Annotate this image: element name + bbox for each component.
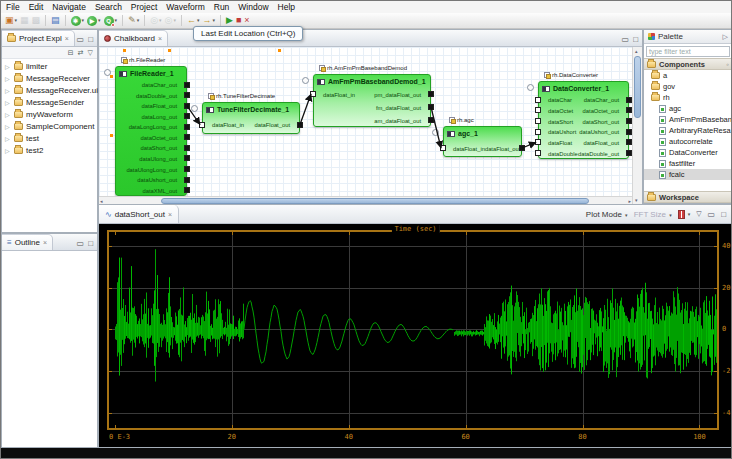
expand-arrow-icon[interactable]: ▷: [5, 63, 11, 70]
view-menu-icon[interactable]: ▽: [88, 49, 93, 57]
expand-arrow-icon[interactable]: ▷: [5, 99, 11, 106]
minimize-icon[interactable]: ▭: [77, 239, 85, 248]
selection-handle[interactable]: [110, 75, 113, 78]
component-AmFmPmBasebandDemod_1[interactable]: AmFmPmBasebandDemod_1dataFloat_inpm_data…: [313, 74, 431, 127]
project-item-samplecomponent[interactable]: ▷SampleComponent: [2, 120, 97, 132]
component-header[interactable]: DataConverter_1: [539, 82, 628, 95]
output-port-dataUlongLong_out[interactable]: [184, 166, 190, 172]
output-port-dataUshort_out[interactable]: [184, 177, 190, 183]
input-port-dataShort[interactable]: [535, 118, 541, 124]
input-port-dataUshort[interactable]: [535, 129, 541, 135]
external-tools-button[interactable]: Q▾: [103, 14, 119, 27]
output-port-dataDouble_out[interactable]: [626, 150, 632, 156]
project-item-limiter[interactable]: ▷limiter: [2, 60, 97, 72]
expand-arrow-icon[interactable]: ▷: [5, 147, 11, 154]
input-port-dataChar[interactable]: [535, 97, 541, 103]
menu-navigate[interactable]: Navigate: [52, 2, 86, 12]
menu-window[interactable]: Window: [238, 2, 268, 12]
selection-handle[interactable]: [278, 49, 281, 52]
input-port-dataDouble[interactable]: [535, 150, 541, 156]
maximize-icon[interactable]: □: [721, 210, 726, 219]
palette-header[interactable]: Palette ▷: [644, 30, 732, 44]
tab-project-explorer[interactable]: Project Expl ×: [2, 30, 75, 46]
palette-item-fcalc[interactable]: fcalc: [644, 169, 732, 180]
palette-item-a[interactable]: a: [644, 70, 732, 81]
close-icon[interactable]: ×: [65, 35, 69, 42]
menu-project[interactable]: Project: [131, 2, 157, 12]
output-port-dataShort_out[interactable]: [626, 118, 632, 124]
debug-button[interactable]: ✱▾: [70, 14, 86, 27]
close-icon[interactable]: ×: [158, 35, 162, 42]
run-button[interactable]: ▶▾: [86, 14, 102, 27]
diagram-canvas[interactable]: rh.FileReaderFileReader_1dataChar_outdat…: [99, 47, 632, 196]
palette-section-components[interactable]: Components ◦: [644, 58, 732, 70]
dropdown-arrow-icon[interactable]: ▾: [98, 18, 101, 23]
output-port-dataDouble_out[interactable]: [184, 92, 190, 98]
output-port-dataChar_out[interactable]: [184, 82, 190, 88]
menu-waveform[interactable]: Waveform: [166, 2, 204, 12]
tab-datashort-out[interactable]: ∿ dataShort_out ×: [99, 205, 179, 223]
output-port-dataShort_out[interactable]: [184, 145, 190, 151]
project-item-mywaveform[interactable]: ▷myWaveform: [2, 108, 97, 120]
start-order-icon[interactable]: [191, 105, 198, 112]
minimize-icon[interactable]: ▭: [708, 210, 716, 219]
project-item-messagesender[interactable]: ▷MessageSender: [2, 96, 97, 108]
expand-arrow-icon[interactable]: ▷: [5, 75, 11, 82]
menu-run[interactable]: Run: [214, 2, 230, 12]
menu-file[interactable]: File: [6, 2, 20, 12]
palette-item-amfmpmbaseban-[interactable]: AmFmPmBaseban...: [644, 114, 732, 125]
dropdown-arrow-icon[interactable]: ▾: [82, 18, 85, 23]
output-port-dataFloat_out[interactable]: [519, 145, 525, 151]
minimize-icon[interactable]: ▭: [622, 35, 630, 44]
input-port-dataFloat_in[interactable]: [440, 145, 446, 151]
output-port-pm_dataFloat_out[interactable]: [428, 91, 434, 97]
expand-arrow-icon[interactable]: ▷: [5, 111, 11, 118]
maximize-icon[interactable]: □: [88, 239, 93, 248]
component-DataConverter_1[interactable]: DataConverter_1dataChardataChar_outdataO…: [538, 81, 629, 159]
pin-icon[interactable]: ▷: [723, 33, 728, 41]
dropdown-arrow-icon[interactable]: ▾: [15, 18, 18, 23]
palette-item-fastfilter[interactable]: fastfilter: [644, 158, 732, 169]
component-header[interactable]: FileReader_1: [116, 67, 186, 80]
input-port-dataFloat_in[interactable]: [310, 91, 316, 97]
output-port-dataOctet_out[interactable]: [184, 134, 190, 140]
link-with-editor-icon[interactable]: ⇄: [78, 49, 84, 57]
palette-item-gov[interactable]: gov: [644, 81, 732, 92]
output-port-dataOctet_out[interactable]: [626, 107, 632, 113]
dropdown-arrow-icon[interactable]: ▾: [137, 18, 140, 23]
start-order-icon[interactable]: [527, 84, 534, 91]
collapse-all-icon[interactable]: ⊟: [68, 49, 74, 57]
section-pin-icon[interactable]: ◦: [726, 60, 729, 69]
input-port-dataFloat[interactable]: [535, 139, 541, 145]
output-port-dataFloat_out[interactable]: [626, 139, 632, 145]
plot-mode-dropdown[interactable]: Plot Mode ▾: [586, 210, 628, 219]
line-color-dropdown[interactable]: ▾: [678, 210, 691, 219]
project-item-messagereceiver[interactable]: ▷MessageReceiver: [2, 72, 97, 84]
dropdown-arrow-icon[interactable]: ▾: [197, 18, 200, 23]
waveform-canvas[interactable]: [109, 232, 717, 428]
menu-edit[interactable]: Edit: [29, 2, 44, 12]
selection-handle[interactable]: [123, 49, 126, 52]
close-icon[interactable]: ×: [168, 211, 172, 218]
selection-handle[interactable]: [110, 134, 113, 137]
output-port-dataXML_out[interactable]: [184, 187, 190, 193]
view-menu-icon[interactable]: ▽: [696, 210, 701, 218]
palette-item-autocorrelate[interactable]: autocorrelate: [644, 136, 732, 147]
tab-outline[interactable]: ≡ Outline ×: [2, 234, 53, 250]
new-button[interactable]: ▣▾: [4, 14, 18, 27]
component-header[interactable]: agc_1: [444, 127, 521, 140]
menu-help[interactable]: Help: [278, 2, 295, 12]
expand-arrow-icon[interactable]: ▷: [5, 135, 11, 142]
selection-handle[interactable]: [168, 49, 171, 52]
input-port-dataFloat_in[interactable]: [199, 122, 205, 128]
minimize-icon[interactable]: ▭: [77, 35, 85, 44]
print-button[interactable]: ▤: [50, 14, 61, 27]
menu-search[interactable]: Search: [95, 2, 122, 12]
component-header[interactable]: TuneFilterDecimate_1: [203, 103, 299, 116]
palette-item-dataconverter[interactable]: DataConverter: [644, 147, 732, 158]
open-element-button[interactable]: ✎▾: [127, 14, 140, 27]
start-order-icon[interactable]: [302, 77, 309, 84]
expand-arrow-icon[interactable]: ▷: [5, 123, 11, 130]
output-port-dataLongLong_out[interactable]: [184, 124, 190, 130]
component-FileReader_1[interactable]: FileReader_1dataChar_outdataDouble_outda…: [115, 66, 187, 196]
